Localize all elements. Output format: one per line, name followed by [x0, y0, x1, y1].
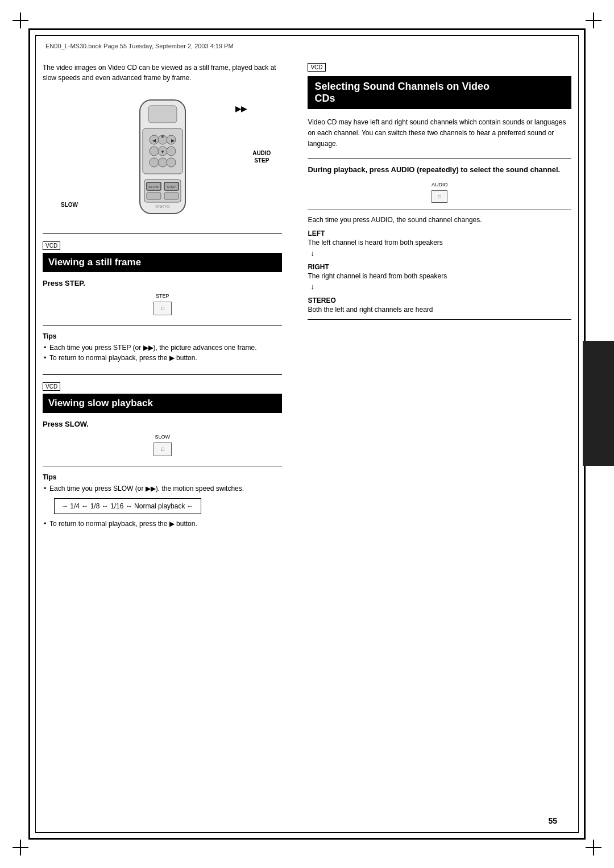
slow-button-container: SLOW □ [43, 434, 282, 459]
content-area: The video images on Video CD can be view… [43, 57, 571, 817]
svg-rect-1 [148, 106, 177, 123]
right-description: Video CD may have left and right sound c… [308, 117, 571, 150]
right-column: VCD Selecting Sound Channels on Video CD… [296, 57, 571, 817]
svg-text:STEP: STEP [167, 185, 176, 189]
vcd-badge-1: VCD [43, 241, 60, 250]
audio-label-top: AUDIO [308, 182, 571, 187]
tips1-item-2: To return to normal playback, press the … [43, 353, 282, 363]
tips-section-1: Tips Each time you press STEP (or ▶▶), t… [43, 332, 282, 363]
right-divider-2 [308, 210, 571, 210]
corner-mark-bl [13, 840, 28, 856]
inner-border-top [35, 35, 579, 36]
right-channel-text: The right channel is heard from both spe… [308, 272, 571, 280]
each-time-text: Each time you press AUDIO, the sound cha… [308, 216, 571, 224]
divider-section2 [43, 374, 282, 375]
slow-button-icon: □ [154, 443, 172, 456]
slow-remote-label: SLOW [61, 202, 78, 208]
right-divider-1 [308, 158, 571, 158]
stereo-channel-text: Both the left and right channels are hea… [308, 306, 571, 314]
svg-rect-15 [147, 193, 161, 199]
tips2-list: Each time you press SLOW (or ▶▶), the mo… [43, 483, 282, 494]
press-step-label: Press STEP. [43, 279, 282, 287]
speed-formula: → 1/4 ↔ 1/8 ↔ 1/16 ↔ Normal playback ← [54, 498, 201, 514]
svg-text:◀: ◀ [152, 138, 156, 143]
divider-tips2 [43, 466, 282, 466]
inner-border-bottom [35, 832, 579, 833]
border-left [28, 28, 30, 840]
during-playback-instruction: During playback, press AUDIO (repeatedly… [308, 164, 571, 176]
arrow-down-2: ↓ [310, 282, 571, 291]
border-top [28, 28, 586, 30]
svg-rect-16 [164, 193, 179, 199]
vcd-badge-2: VCD [43, 382, 60, 391]
intro-text: The video images on Video CD can be view… [43, 62, 282, 83]
inner-border-left [35, 35, 36, 833]
remote-svg: ONKYO ▶ ◀ ▲ ▼ SLOW STEP [123, 97, 202, 222]
stereo-channel-label: STEREO [308, 297, 571, 304]
svg-text:▶: ▶ [171, 138, 175, 143]
tips2-item-1: Each time you press SLOW (or ▶▶), the mo… [43, 483, 282, 494]
press-slow-label: Press SLOW. [43, 420, 282, 428]
step-button-icon: □ [154, 302, 172, 315]
audio-button-icon: □ [432, 190, 447, 203]
corner-mark-br [586, 840, 601, 856]
step-btn-top-label: STEP [154, 293, 172, 299]
svg-text:▼: ▼ [160, 149, 165, 155]
svg-text:▲: ▲ [160, 133, 165, 139]
audio-remote-label: AUDIOSTEP [252, 149, 271, 164]
slow-btn-top-label: SLOW [154, 434, 172, 440]
left-channel-label: LEFT [308, 229, 571, 237]
right-section-title: Selecting Sound Channels on Video CDs [308, 76, 571, 109]
arrow-down-1: ↓ [310, 249, 571, 257]
corner-mark-tr [586, 12, 601, 28]
tips2-list-2: To return to normal playback, press the … [43, 519, 282, 529]
left-channel-text: The left channel is heard from both spea… [308, 239, 571, 247]
border-bottom [28, 838, 586, 840]
section1-title: Viewing a still frame [43, 253, 282, 272]
right-divider-3 [308, 319, 571, 320]
left-column: The video images on Video CD can be view… [43, 57, 296, 817]
svg-point-9 [150, 158, 159, 167]
header-line: EN00_L-MS30.book Page 55 Tuesday, Septem… [45, 43, 569, 49]
tips2-item-2: To return to normal playback, press the … [43, 519, 282, 529]
svg-point-10 [158, 158, 167, 167]
right-tab [583, 341, 614, 466]
ff-label: ▶▶ [235, 105, 247, 113]
svg-point-11 [167, 158, 176, 167]
step-button-container: STEP □ [43, 293, 282, 318]
tips2-title: Tips [43, 473, 282, 481]
svg-point-8 [167, 147, 176, 156]
section2-title: Viewing slow playback [43, 394, 282, 413]
divider-tips1 [43, 325, 282, 326]
tips1-list: Each time you press STEP (or ▶▶), the pi… [43, 343, 282, 363]
tips-section-2: Tips Each time you press SLOW (or ▶▶), t… [43, 473, 282, 529]
svg-text:SLOW: SLOW [148, 185, 159, 189]
remote-illustration: ▶▶ AUDIOSTEP SLOW [43, 94, 282, 225]
audio-button-area: AUDIO □ [308, 182, 571, 203]
page: EN00_L-MS30.book Page 55 Tuesday, Septem… [0, 0, 614, 868]
vcd-badge-right: VCD [308, 63, 325, 72]
right-channel-label: RIGHT [308, 263, 571, 271]
tips1-item-1: Each time you press STEP (or ▶▶), the pi… [43, 343, 282, 353]
corner-mark-tl [13, 12, 28, 28]
page-number: 55 [548, 816, 557, 825]
inner-border-right [578, 35, 579, 833]
svg-point-6 [150, 147, 159, 156]
tips1-title: Tips [43, 332, 282, 340]
svg-text:ONKYO: ONKYO [155, 205, 170, 208]
divider-after-remote [43, 233, 282, 234]
